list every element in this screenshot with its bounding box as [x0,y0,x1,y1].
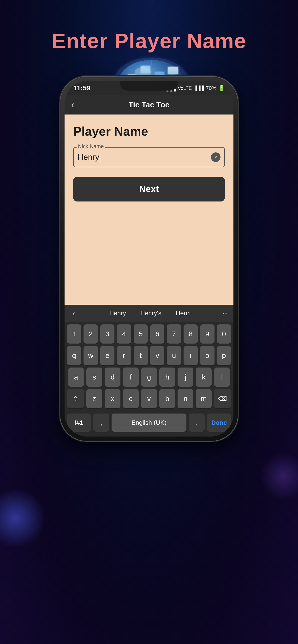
key-k[interactable]: k [196,368,212,387]
key-p[interactable]: p [217,346,231,365]
key-f[interactable]: f [123,368,139,387]
nickname-label: Nick Name [77,143,105,150]
key-h[interactable]: h [159,368,175,387]
key-w[interactable]: w [83,346,98,365]
key-z[interactable]: z [86,389,102,408]
done-key[interactable]: Done [207,414,231,432]
symbol-key-label: !#1 [75,419,83,426]
next-button[interactable]: Next [73,177,225,202]
status-time: 11:59 [73,84,90,92]
space-key[interactable]: English (UK) [112,414,186,432]
qwerty-row: q w e r t y u i o p [67,346,231,365]
battery-indicator: 70% [206,85,216,91]
predictive-word-3[interactable]: Henri [176,310,191,317]
key-9[interactable]: 9 [200,324,214,344]
key-y[interactable]: y [150,346,164,365]
number-row: 1 2 3 4 5 6 7 8 9 0 [67,324,231,344]
key-4[interactable]: 4 [117,324,131,344]
key-x[interactable]: x [105,389,120,408]
phone-wrapper: 11:59 ▐▐▐ VoLTE ▐▐▐ 70% 🔋 ‹ Tic Tac Toe [60,77,238,441]
key-1[interactable]: 1 [67,324,81,344]
keyboard-keys: 1 2 3 4 5 6 7 8 9 0 [65,322,233,412]
done-key-label: Done [211,419,227,426]
key-0[interactable]: 0 [217,324,231,344]
app-header: ‹ Tic Tac Toe [65,95,233,114]
predictive-words: Henry Henry's Henri [109,310,191,317]
app-title: Tic Tac Toe [129,100,170,109]
player-name-heading: Player Name [73,124,225,138]
key-2[interactable]: 2 [83,324,98,344]
period-key-label: . [196,419,198,426]
shift-icon: ⇧ [73,395,78,402]
network-icon: ▐▐▐ [194,86,204,91]
nickname-input-container[interactable]: Nick Name Henry × [73,147,225,167]
key-a[interactable]: a [68,368,84,387]
key-e[interactable]: e [100,346,114,365]
key-j[interactable]: j [178,368,193,387]
page-title-outer: Enter Player Name [0,29,298,53]
next-button-label: Next [139,184,159,194]
key-5[interactable]: 5 [134,324,148,344]
predictive-back-icon[interactable]: ‹ [70,307,77,320]
clear-icon: × [214,154,217,160]
wifi-icon: VoLTE [178,86,192,91]
comma-key-label: , [100,419,102,426]
key-i[interactable]: i [184,346,198,365]
svg-rect-12 [168,67,178,74]
key-8[interactable]: 8 [184,324,198,344]
key-n[interactable]: n [178,389,193,408]
bg-glow-left [0,488,46,548]
asdf-row: a s d f g h j k l [67,368,231,387]
svg-point-14 [135,67,152,77]
notch [120,81,178,90]
predictive-text-bar: ‹ Henry Henry's Henri ··· [65,305,233,322]
key-t[interactable]: t [134,346,148,365]
bg-glow-right [260,452,298,500]
key-r[interactable]: r [117,346,131,365]
predictive-more-icon[interactable]: ··· [222,310,228,317]
comma-key[interactable]: , [93,414,109,432]
predictive-word-2[interactable]: Henry's [140,310,161,317]
app-content: Player Name Nick Name Henry × Next [65,114,233,305]
keyboard[interactable]: ‹ Henry Henry's Henri ··· 1 2 3 [65,305,233,436]
text-cursor [100,155,100,163]
page-title: Enter Player Name [52,29,246,53]
key-3[interactable]: 3 [100,324,114,344]
key-o[interactable]: o [200,346,214,365]
key-q[interactable]: q [67,346,81,365]
back-button[interactable]: ‹ [71,100,74,110]
clear-input-button[interactable]: × [211,152,221,162]
backspace-key[interactable]: ⌫ [214,389,231,408]
predictive-word-1[interactable]: Henry [109,310,126,317]
period-key[interactable]: . [189,414,205,432]
key-s[interactable]: s [86,368,102,387]
key-l[interactable]: l [214,368,230,387]
symbol-key[interactable]: !#1 [67,414,91,432]
shift-key[interactable]: ⇧ [67,389,84,408]
key-b[interactable]: b [159,389,175,408]
space-key-label: English (UK) [131,419,167,426]
zxcv-row: ⇧ z x c v b n m ⌫ [67,389,231,408]
battery-icon: 🔋 [218,85,225,91]
nickname-value: Henry [77,152,99,162]
key-m[interactable]: m [196,389,212,408]
screen-content: 11:59 ▐▐▐ VoLTE ▐▐▐ 70% 🔋 ‹ Tic Tac Toe [65,81,233,436]
phone-screen: 11:59 ▐▐▐ VoLTE ▐▐▐ 70% 🔋 ‹ Tic Tac Toe [65,81,233,436]
key-d[interactable]: d [105,368,120,387]
key-c[interactable]: c [123,389,139,408]
key-u[interactable]: u [167,346,181,365]
key-6[interactable]: 6 [150,324,164,344]
phone-shell: 11:59 ▐▐▐ VoLTE ▐▐▐ 70% 🔋 ‹ Tic Tac Toe [60,77,238,441]
key-g[interactable]: g [141,368,157,387]
key-v[interactable]: v [141,389,157,408]
backspace-icon: ⌫ [218,395,227,402]
keyboard-bottom-row: !#1 , English (UK) . Done [65,412,233,436]
key-7[interactable]: 7 [167,324,181,344]
